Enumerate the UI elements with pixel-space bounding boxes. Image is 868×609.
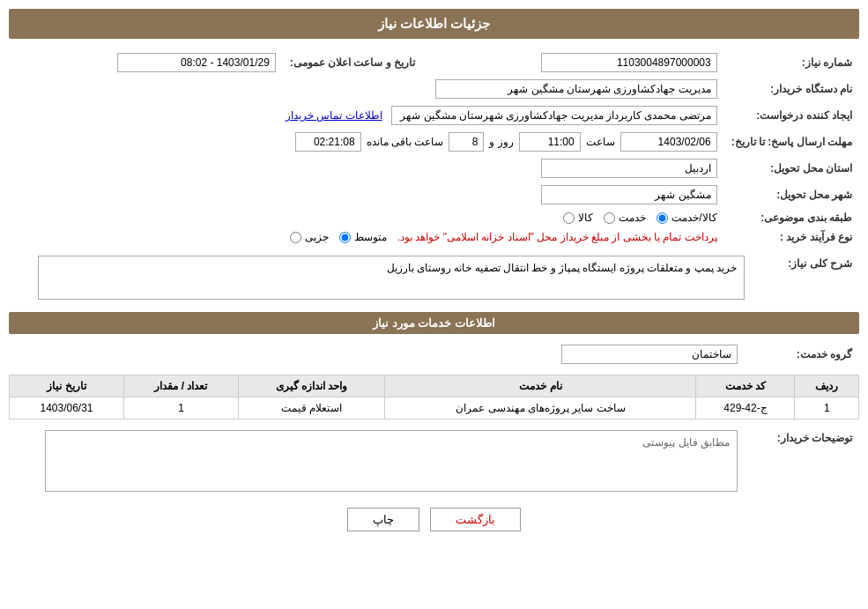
- need-number-value: 1103004897000003: [422, 49, 724, 76]
- category-kala-khedmat[interactable]: کالا/خدمت: [657, 212, 716, 224]
- purchase-motavaset[interactable]: متوسط: [339, 231, 387, 243]
- buyer-org-value: مدیریت جهادکشاورزی شهرستان مشگین شهر: [435, 79, 717, 99]
- col-service-code: کد خدمت: [696, 375, 795, 397]
- announcement-label: تاریخ و ساعت اعلان عمومی:: [283, 49, 422, 76]
- purchase-type-label: نوع فرآیند خرید :: [724, 227, 859, 247]
- buyer-org-label: نام دستگاه خریدار:: [724, 76, 859, 102]
- deadline-label: مهلت ارسال پاسخ: تا تاریخ:: [724, 129, 859, 155]
- category-khedmat-radio[interactable]: [604, 212, 615, 224]
- province-label: استان محل تحویل:: [724, 155, 859, 182]
- col-row-num: ردیف: [795, 375, 859, 397]
- deadline-remaining: 02:21:08: [295, 132, 361, 152]
- print-button[interactable]: چاپ: [347, 508, 419, 531]
- cell-unit: استعلام قیمت: [238, 397, 384, 420]
- creator-label: ایجاد کننده درخواست:: [724, 102, 859, 129]
- category-kala-khedmat-label: کالا/خدمت: [671, 212, 716, 224]
- group-value: ساختمان: [561, 345, 738, 364]
- cell-date: 1403/06/31: [10, 397, 124, 420]
- category-kala[interactable]: کالا: [563, 212, 593, 224]
- purchase-motavaset-radio[interactable]: [339, 232, 351, 243]
- description-label: شرح کلی نیاز:: [745, 252, 859, 303]
- page-title: جزئیات اطلاعات نیاز: [9, 9, 859, 39]
- category-label: طبقه بندی موضوعی:: [724, 208, 859, 227]
- category-khedmat[interactable]: خدمت: [604, 212, 646, 224]
- purchase-note: پرداخت تمام یا بخشی از مبلغ خریداز محل "…: [397, 231, 717, 243]
- contact-link[interactable]: اطلاعات تماس خریدار: [286, 109, 382, 122]
- col-unit: واحد اندازه گیری: [238, 375, 384, 397]
- purchase-jozi-label: جزیی: [305, 231, 329, 243]
- city-label: شهر محل تحویل:: [724, 182, 859, 208]
- cell-quantity: 1: [124, 397, 239, 420]
- col-quantity: تعداد / مقدار: [124, 375, 239, 397]
- group-label: گروه خدمت:: [745, 341, 859, 368]
- deadline-date: 1403/02/06: [620, 132, 717, 152]
- deadline-time-label: ساعت: [586, 136, 615, 148]
- province-value: اردبیل: [541, 159, 717, 178]
- cell-service-code: ج-42-429: [696, 397, 795, 420]
- buyer-notes-hint: مطابق فایل پیوستی: [53, 436, 730, 449]
- services-section-title: اطلاعات خدمات مورد نیاز: [9, 312, 859, 334]
- need-number-label: شماره نیاز:: [724, 49, 859, 76]
- need-number-display: 1103004897000003: [541, 53, 717, 72]
- button-row: بازگشت چاپ: [9, 508, 859, 531]
- creator-value: مرتضی محمدی کاربرداز مدیریت جهادکشاورزی …: [391, 106, 717, 125]
- purchase-motavaset-label: متوسط: [354, 231, 387, 243]
- category-khedmat-label: خدمت: [619, 212, 646, 224]
- buyer-notes-label: توضیحات خریدار:: [745, 427, 859, 495]
- deadline-days: 8: [449, 132, 484, 152]
- cell-row-num: 1: [795, 397, 859, 420]
- announcement-value: 1403/01/29 - 08:02: [117, 53, 276, 72]
- deadline-days-label: روز و: [489, 136, 513, 148]
- category-kala-khedmat-radio[interactable]: [657, 212, 668, 224]
- cell-service-name: ساخت سایر پروژه‌های مهندسی عمران: [385, 397, 696, 420]
- description-value: خرید پمپ و متعلقات پروژه ایستگاه پمپاژ و…: [387, 262, 737, 274]
- purchase-jozi-radio[interactable]: [290, 232, 301, 243]
- table-row: 1 ج-42-429 ساخت سایر پروژه‌های مهندسی عم…: [10, 397, 859, 420]
- purchase-jozi[interactable]: جزیی: [290, 231, 329, 243]
- city-value: مشگین شهر: [541, 185, 717, 204]
- deadline-time: 11:00: [519, 132, 581, 152]
- deadline-remaining-label: ساعت باقی مانده: [367, 136, 444, 148]
- services-table: ردیف کد خدمت نام خدمت واحد اندازه گیری ت…: [9, 375, 859, 420]
- category-kala-radio[interactable]: [563, 212, 575, 224]
- col-date: تاریخ نیاز: [10, 375, 124, 397]
- back-button[interactable]: بازگشت: [430, 508, 521, 531]
- col-service-name: نام خدمت: [385, 375, 696, 397]
- category-kala-label: کالا: [578, 212, 593, 224]
